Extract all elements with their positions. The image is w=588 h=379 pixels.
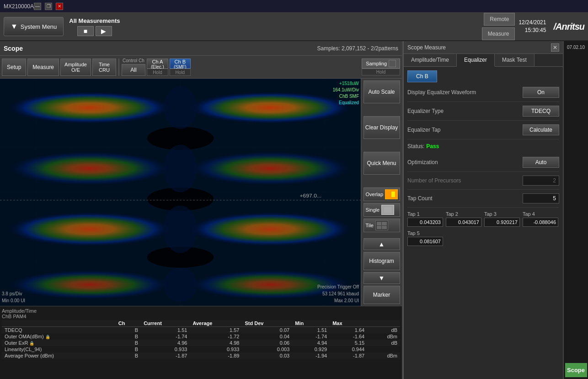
row-current: -1.74 bbox=[141, 333, 190, 340]
quick-menu-button[interactable]: Quick Menu bbox=[363, 152, 400, 175]
equalizer-type-button[interactable]: TDECQ bbox=[523, 106, 559, 117]
remote-button[interactable]: Remote bbox=[484, 13, 515, 26]
row-name: Linearity(CL_94) bbox=[2, 346, 116, 352]
tab-amplitude-time[interactable]: Amplitude/Time bbox=[404, 54, 457, 66]
single-button[interactable]: Single bbox=[363, 203, 400, 217]
ch-b-line1: Ch B bbox=[174, 59, 187, 64]
row-ch: B bbox=[116, 340, 141, 346]
svg-point-20 bbox=[10, 92, 171, 123]
scope-header: Scope Samples: 2,097,152 - 2/2patterns bbox=[0, 41, 402, 56]
app-title: MX210000A bbox=[4, 3, 34, 10]
table-header-row: Ch Current Average Std Dev Min Max bbox=[2, 320, 400, 327]
row-current: 0.933 bbox=[141, 346, 190, 352]
sampling-label: Sampling bbox=[366, 61, 387, 66]
row-max: 0.944 bbox=[330, 346, 367, 352]
baud-value: 53 124 961 kbaud bbox=[317, 290, 359, 297]
ch-b-button[interactable]: Ch B (SMF) bbox=[170, 59, 191, 69]
close-btn[interactable]: ✕ bbox=[56, 3, 63, 10]
row-average: -1.72 bbox=[190, 333, 242, 340]
scroll-up-button[interactable]: ▲ bbox=[363, 238, 400, 250]
minimize-btn[interactable]: — bbox=[34, 3, 41, 10]
measure-scope-button[interactable]: Measure bbox=[27, 59, 59, 76]
tap1-value[interactable]: 0.043203 bbox=[407, 218, 443, 227]
svg-point-31 bbox=[164, 86, 197, 128]
col-min-header: Min bbox=[292, 320, 330, 327]
tap4-group: Tap 4 -0.088046 bbox=[523, 211, 558, 227]
single-icon-svg bbox=[383, 206, 392, 214]
row-max: -1.87 bbox=[330, 352, 367, 359]
status-display: Status: Pass bbox=[407, 143, 439, 149]
hold-b-label: Hold bbox=[170, 69, 191, 76]
status-label: Status: bbox=[407, 143, 424, 149]
tap4-value[interactable]: -0.088046 bbox=[523, 218, 558, 227]
display-eq-waveform-button[interactable]: On bbox=[523, 87, 559, 98]
ch-b-group: Ch B (SMF) Hold bbox=[170, 59, 191, 76]
tap2-value[interactable]: 0.043017 bbox=[446, 218, 481, 227]
svg-point-23 bbox=[190, 152, 351, 186]
eye-diagram: +697.0... +1518uW 164.1uW/Div ChB SMF Eq… bbox=[0, 79, 361, 306]
scroll-down-button[interactable]: ▼ bbox=[363, 272, 400, 284]
restore-btn[interactable]: ❐ bbox=[45, 3, 52, 10]
table-row: TDECQ B 1.51 1.57 0.07 1.51 1.64 dB bbox=[2, 327, 400, 334]
precision-trigger: Precision Trigger Off bbox=[317, 283, 359, 290]
svg-point-24 bbox=[10, 212, 171, 246]
row-name: Average Power (dBm) bbox=[2, 352, 116, 359]
tile-button[interactable]: Tile bbox=[363, 219, 400, 232]
ch-b-select-button[interactable]: Ch B bbox=[407, 70, 437, 82]
histogram-button[interactable]: Histogram bbox=[363, 252, 400, 270]
col-current-header: Current bbox=[141, 320, 190, 327]
row-max: -1.64 bbox=[330, 333, 367, 340]
equalized-value: Equalized bbox=[333, 100, 359, 106]
time-cru-button[interactable]: Time CRU bbox=[92, 59, 116, 76]
auto-scale-button[interactable]: Auto Scale bbox=[363, 80, 400, 103]
tap3-value[interactable]: 0.920217 bbox=[484, 218, 520, 227]
control-ch-label: Control Ch bbox=[123, 58, 144, 63]
scope-measure-title: Scope Measure bbox=[407, 44, 446, 51]
setup-button[interactable]: Setup bbox=[2, 59, 26, 76]
datetime-display: 12/24/2021 15:30:45 bbox=[519, 19, 546, 34]
status-value: Pass bbox=[426, 143, 439, 149]
all-button[interactable]: All bbox=[122, 64, 145, 76]
display-eq-waveform-row: Display Equalizer Waveform On bbox=[407, 87, 559, 102]
optimization-button[interactable]: Auto bbox=[523, 157, 559, 168]
clear-display-button[interactable]: Clear Display bbox=[363, 116, 400, 139]
scope-measure-close-button[interactable]: ✕ bbox=[551, 43, 559, 52]
marker-button[interactable]: Marker bbox=[363, 286, 400, 304]
amplitude-oe-line2: O/E bbox=[71, 67, 80, 73]
tap-count-value[interactable]: 5 bbox=[523, 193, 559, 203]
col-stddev-header: Std Dev bbox=[242, 320, 292, 327]
measurement-table: Ch Current Average Std Dev Min Max TDECQ… bbox=[2, 320, 400, 359]
svg-rect-39 bbox=[384, 207, 391, 213]
tile-cell-3 bbox=[377, 226, 382, 230]
tap-section: Tap 1 0.043203 Tap 2 0.043017 Tap 3 0.92… bbox=[407, 211, 559, 246]
equalizer-tap-label: Equalizer Tap bbox=[407, 127, 523, 133]
window-controls: — ❐ ✕ bbox=[34, 3, 63, 10]
play-button[interactable]: ▶ bbox=[96, 26, 112, 36]
tap5-value[interactable]: 0.081607 bbox=[407, 237, 443, 246]
tab-mask-test[interactable]: Mask Test bbox=[495, 54, 535, 66]
table-row: Outer OMA(dBm) 🔒 B -1.74 -1.72 0.04 -1.7… bbox=[2, 333, 400, 340]
main-toolbar: ▼ System Menu All Measurements ■ ▶ Remot… bbox=[0, 13, 588, 41]
tile-cell-4 bbox=[382, 226, 387, 230]
row-current: 1.51 bbox=[141, 327, 190, 334]
measure-toolbar-button[interactable]: Measure bbox=[482, 27, 515, 40]
equalizer-tap-button[interactable]: Calculate bbox=[523, 124, 559, 135]
row-unit: dB bbox=[367, 340, 400, 346]
meas-subtitle: Amplitude/TimeChB PAM4 bbox=[2, 308, 400, 319]
row-name: Outer OMA(dBm) 🔒 bbox=[2, 333, 116, 340]
svg-point-33 bbox=[164, 205, 197, 253]
scope-label-right[interactable]: Scope bbox=[565, 363, 587, 377]
tab-equalizer[interactable]: Equalizer bbox=[457, 54, 495, 67]
sampling-hold-label: Hold bbox=[362, 69, 400, 75]
table-row: Average Power (dBm) B -1.87 -1.89 0.03 -… bbox=[2, 352, 400, 359]
overlap-button[interactable]: Overlap bbox=[363, 187, 400, 201]
system-menu-label: System Menu bbox=[21, 23, 57, 30]
svg-rect-38 bbox=[391, 192, 395, 197]
amplitude-oe-button[interactable]: Amplitude O/E bbox=[60, 59, 91, 76]
ch-a-button[interactable]: Ch A (Elec.) bbox=[147, 59, 168, 69]
stop-button[interactable]: ■ bbox=[77, 26, 94, 36]
system-menu-button[interactable]: ▼ System Menu bbox=[4, 17, 64, 36]
tap3-group: Tap 3 0.920217 bbox=[484, 211, 520, 227]
row-stddev: 0.003 bbox=[242, 346, 292, 352]
tap-count-row: Tap Count 5 bbox=[407, 193, 559, 208]
